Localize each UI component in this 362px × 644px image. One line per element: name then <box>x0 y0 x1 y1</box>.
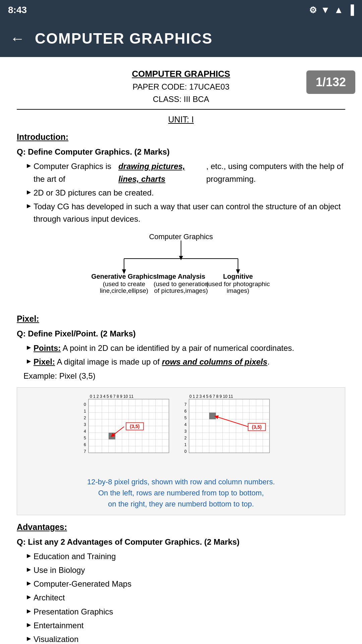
svg-text:0  1  2  3  4  5  6  7  8  9 1: 0 1 2 3 4 5 6 7 8 9 10 11 <box>90 394 133 399</box>
svg-text:Lognitive: Lognitive <box>223 273 253 280</box>
pixel-question: Q: Define Pixel/Point. (2 Marks) <box>17 327 345 340</box>
list-item: Use in Biology <box>27 564 345 576</box>
intro-heading: Introduction: <box>17 130 345 144</box>
diagram-svg: Computer Graphics Generative Graphics (u… <box>87 232 275 306</box>
advantages-question: Q: List any 2 Advantages of Computer Gra… <box>17 536 345 548</box>
svg-text:(3,5): (3,5) <box>252 424 262 430</box>
list-item: Presentation Graphics <box>27 605 345 618</box>
svg-rect-77 <box>209 413 216 419</box>
gear-icon: ⚙ <box>309 5 317 15</box>
list-item: Computer Graphics is the art of drawing … <box>27 160 345 185</box>
wifi-icon: ▼ <box>321 5 330 15</box>
svg-text:7: 7 <box>184 402 187 407</box>
pixel-section: Pixel: Q: Define Pixel/Point. (2 Marks) … <box>17 312 345 515</box>
intro-question: Q: Define Computer Graphics. (2 Marks) <box>17 146 345 158</box>
list-item: 2D or 3D pictures can be created. <box>27 186 345 199</box>
svg-text:(used to generation: (used to generation <box>154 280 208 287</box>
intro-bullets: Computer Graphics is the art of drawing … <box>17 160 345 225</box>
list-item: Architect <box>27 591 345 604</box>
svg-text:Image Analysis: Image Analysis <box>157 273 205 280</box>
svg-text:(used for photographic: (used for photographic <box>206 280 270 287</box>
app-title: COMPUTER GRAPHICS <box>35 30 213 47</box>
list-item: Entertainment <box>27 619 345 632</box>
svg-marker-2 <box>179 256 183 260</box>
svg-text:2: 2 <box>184 436 187 440</box>
svg-text:Generative Graphics: Generative Graphics <box>91 273 157 280</box>
svg-text:of pictures,images): of pictures,images) <box>154 287 208 294</box>
svg-text:1: 1 <box>84 409 86 414</box>
document-content: COMPUTER GRAPHICS PAPER CODE: 17UCAE03 C… <box>0 57 362 644</box>
pixel-bullets: Points: A point in 2D can be identified … <box>17 342 345 368</box>
page-counter: 1/132 <box>306 70 355 94</box>
svg-text:0: 0 <box>84 402 86 407</box>
class-name: CLASS: III BCA <box>17 93 345 105</box>
list-item: Points: A point in 2D can be identified … <box>27 342 345 354</box>
svg-text:0  1  2  3  4  5  6  7  8  9 1: 0 1 2 3 4 5 6 7 8 9 10 11 <box>189 394 233 399</box>
back-button[interactable]: ← <box>10 30 25 47</box>
doc-header: COMPUTER GRAPHICS PAPER CODE: 17UCAE03 C… <box>17 67 345 106</box>
svg-text:4: 4 <box>84 429 86 434</box>
pixel-grid-container: 0 1 2 3 4 5 6 7 8 9 10 11 0 1 2 3 4 5 6 … <box>17 387 345 515</box>
svg-text:images): images) <box>227 287 249 294</box>
svg-text:3: 3 <box>184 429 187 434</box>
pixel-grid-svg: 0 1 2 3 4 5 6 7 8 9 10 11 0 1 2 3 4 5 6 … <box>80 393 282 470</box>
introduction-section: Introduction: Q: Define Computer Graphic… <box>17 130 345 225</box>
unit-heading: UNIT: I <box>17 113 345 126</box>
paper-code: PAPER CODE: 17UCAE03 <box>17 80 345 93</box>
battery-icon: ▐ <box>347 5 354 15</box>
svg-text:1: 1 <box>184 442 187 447</box>
list-item: Education and Training <box>27 550 345 562</box>
divider <box>17 109 345 110</box>
svg-text:0: 0 <box>184 449 187 454</box>
svg-text:Computer Graphics: Computer Graphics <box>149 232 213 241</box>
list-item: Computer-Generated Maps <box>27 578 345 590</box>
svg-text:(3,5): (3,5) <box>130 424 140 429</box>
svg-text:5: 5 <box>84 436 86 440</box>
tree-diagram: Computer Graphics Generative Graphics (u… <box>17 232 345 306</box>
svg-text:5: 5 <box>184 416 187 420</box>
svg-text:4: 4 <box>184 422 187 427</box>
svg-rect-45 <box>109 433 115 439</box>
advantages-heading: Advantages: <box>17 521 345 534</box>
list-item: Pixel: A digital image is made up of row… <box>27 356 345 368</box>
list-item: Visualization <box>27 633 345 644</box>
pixel-heading: Pixel: <box>17 312 345 325</box>
svg-text:(used to create: (used to create <box>103 280 145 287</box>
content-area: 1/132 COMPUTER GRAPHICS PAPER CODE: 17UC… <box>0 57 362 644</box>
doc-title: COMPUTER GRAPHICS <box>17 67 345 80</box>
svg-text:2: 2 <box>84 416 86 420</box>
svg-text:7: 7 <box>84 449 86 454</box>
svg-text:line,circle,ellipse): line,circle,ellipse) <box>100 287 148 294</box>
app-bar: ← COMPUTER GRAPHICS <box>0 20 362 57</box>
svg-text:6: 6 <box>84 442 86 447</box>
svg-text:3: 3 <box>84 422 86 427</box>
advantages-section: Advantages: Q: List any 2 Advantages of … <box>17 521 345 644</box>
svg-text:6: 6 <box>184 409 187 414</box>
signal-icon: ▲ <box>334 5 343 15</box>
status-bar: 8:43 ⚙ ▼ ▲ ▐ <box>0 0 362 20</box>
grid-caption: 12-by-8 pixel grids, shown with row and … <box>22 476 340 509</box>
pixel-example: Example: Pixel (3,5) <box>23 370 345 382</box>
list-item: Today CG has developed in such a way tha… <box>27 200 345 225</box>
underlined-text: drawing pictures, lines, charts <box>118 160 203 185</box>
advantages-list: Education and Training Use in Biology Co… <box>17 550 345 644</box>
status-time: 8:43 <box>8 5 27 15</box>
